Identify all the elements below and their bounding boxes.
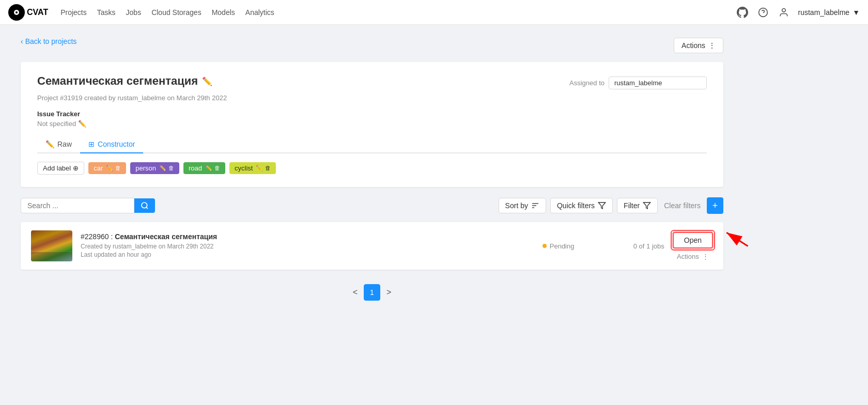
- nav-cloud-storages[interactable]: Cloud Storages: [151, 8, 202, 17]
- sort-icon: [531, 201, 539, 210]
- tab-raw[interactable]: ✏️ Raw: [37, 136, 80, 153]
- label-car: car ✏️ 🗑: [88, 162, 126, 174]
- nav-jobs[interactable]: Jobs: [126, 8, 142, 17]
- task-dots-icon: ⋮: [702, 253, 709, 260]
- back-link[interactable]: ‹ Back to projects: [21, 37, 76, 45]
- search-icon: [141, 201, 149, 210]
- label-person: person ✏️ 🗑: [130, 162, 179, 174]
- nav-tasks[interactable]: Tasks: [97, 8, 116, 17]
- pagination: < 1 >: [21, 276, 723, 309]
- brand: CVAT: [8, 4, 48, 21]
- delete-label-car-icon[interactable]: 🗑: [115, 165, 121, 172]
- status-dot: [542, 244, 547, 248]
- plus-circle-icon: ⊕: [73, 164, 79, 172]
- prev-page-button[interactable]: <: [351, 286, 360, 299]
- user-icon: [778, 6, 790, 19]
- edit-title-icon[interactable]: ✏️: [202, 76, 212, 86]
- label-cyclist-name: cyclist: [235, 164, 253, 172]
- label-car-name: car: [94, 164, 103, 172]
- grid-icon: ⊞: [88, 140, 95, 148]
- add-label-button[interactable]: Add label ⊕: [37, 162, 84, 175]
- actions-button[interactable]: Actions ⋮: [674, 38, 723, 53]
- logo-icon: [8, 4, 25, 21]
- svg-line-14: [726, 232, 748, 246]
- dots-icon: ⋮: [708, 41, 716, 50]
- label-tabs: ✏️ Raw ⊞ Constructor: [37, 136, 707, 153]
- label-cyclist: cyclist ✏️ 🗑: [229, 162, 276, 174]
- edit-label-person-icon[interactable]: ✏️: [159, 165, 166, 172]
- open-task-button[interactable]: Open: [673, 232, 713, 248]
- page-1-button[interactable]: 1: [364, 284, 380, 301]
- funnel-icon: [598, 201, 606, 210]
- username: rustam_labelme: [798, 8, 850, 17]
- svg-point-6: [142, 202, 147, 208]
- filter-icon: [643, 201, 651, 210]
- filter-button[interactable]: Filter: [617, 198, 658, 213]
- svg-marker-12: [644, 202, 650, 209]
- chevron-left-icon: ‹: [21, 37, 23, 45]
- nav-links: Projects Tasks Jobs Cloud Storages Model…: [60, 8, 736, 17]
- quick-filters-button[interactable]: Quick filters: [550, 198, 613, 213]
- assigned-input[interactable]: [609, 76, 707, 89]
- filter-bar: Sort by Quick filters Filter Clear filte…: [21, 197, 723, 214]
- chevron-down-icon: ▼: [853, 8, 860, 17]
- task-info: #228960 : Семантическая сегментация Crea…: [81, 232, 534, 259]
- label-road: road ✏️ 🗑: [183, 162, 225, 174]
- task-list: #228960 : Семантическая сегментация Crea…: [21, 222, 723, 270]
- issue-tracker: Issue Tracker Not specified ✏️: [37, 110, 707, 128]
- tab-constructor[interactable]: ⊞ Constructor: [80, 136, 143, 153]
- nav-models[interactable]: Models: [212, 8, 235, 17]
- main-content: ‹ Back to projects Actions ⋮ Семантическ…: [0, 25, 744, 321]
- nav-right: rustam_labelme ▼: [736, 6, 860, 19]
- edit-label-cyclist-icon[interactable]: ✏️: [256, 165, 263, 172]
- nav-projects[interactable]: Projects: [60, 8, 87, 17]
- github-icon[interactable]: [736, 6, 749, 19]
- project-meta: Project #31919 created by rustam_labelme…: [37, 94, 569, 102]
- task-card: #228960 : Семантическая сегментация Crea…: [21, 222, 723, 270]
- task-jobs: 0 of 1 jobs: [633, 242, 664, 250]
- user-menu[interactable]: rustam_labelme ▼: [798, 8, 860, 17]
- svg-point-5: [782, 8, 785, 12]
- search-input[interactable]: [21, 198, 134, 213]
- help-icon[interactable]: [757, 6, 769, 19]
- assigned-label: Assigned to: [569, 79, 605, 87]
- delete-label-cyclist-icon[interactable]: 🗑: [265, 165, 271, 172]
- project-card: Семантическая сегментация ✏️ Project #31…: [21, 62, 723, 187]
- pencil-icon: ✏️: [45, 140, 54, 148]
- label-person-name: person: [135, 164, 156, 172]
- task-status: Pending: [542, 242, 605, 250]
- label-road-name: road: [189, 164, 202, 172]
- task-thumbnail: [31, 230, 72, 261]
- task-actions-row[interactable]: Actions ⋮: [677, 253, 709, 260]
- search-button[interactable]: [134, 198, 155, 213]
- delete-label-person-icon[interactable]: 🗑: [168, 165, 174, 172]
- task-title: #228960 : Семантическая сегментация: [81, 232, 534, 241]
- edit-issue-icon[interactable]: ✏️: [78, 120, 86, 128]
- clear-filters-button[interactable]: Clear filters: [662, 198, 703, 213]
- task-created-meta: Created by rustam_labelme on March 29th …: [81, 243, 534, 250]
- labels-row: Add label ⊕ car ✏️ 🗑 person ✏️ 🗑 road: [37, 162, 707, 175]
- svg-marker-11: [598, 202, 605, 209]
- edit-label-car-icon[interactable]: ✏️: [106, 165, 113, 172]
- next-page-button[interactable]: >: [384, 286, 393, 299]
- task-actions-area: Open Actions ⋮: [673, 232, 713, 260]
- edit-label-road-icon[interactable]: ✏️: [205, 165, 212, 172]
- search-wrap: [21, 198, 155, 213]
- plus-icon: +: [712, 200, 718, 211]
- navbar: CVAT Projects Tasks Jobs Cloud Storages …: [0, 0, 868, 25]
- sort-by-button[interactable]: Sort by: [499, 198, 546, 213]
- project-title: Семантическая сегментация ✏️: [37, 74, 569, 88]
- svg-point-2: [16, 11, 18, 13]
- svg-line-7: [146, 207, 148, 209]
- nav-analytics[interactable]: Analytics: [245, 8, 274, 17]
- logo-text: CVAT: [27, 8, 48, 17]
- add-task-button[interactable]: +: [707, 197, 723, 214]
- delete-label-road-icon[interactable]: 🗑: [214, 165, 220, 172]
- task-updated-meta: Last updated an hour ago: [81, 251, 534, 258]
